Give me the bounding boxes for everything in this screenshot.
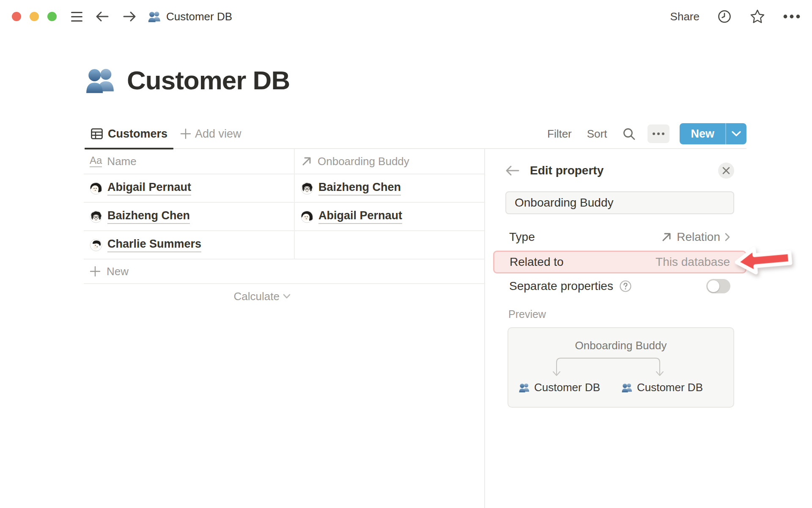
new-button[interactable]: New [680,123,746,144]
sort-button[interactable]: Sort [587,127,607,141]
more-icon[interactable] [783,14,800,19]
cell-onboarding-buddy[interactable]: Baizheng Chen [294,174,485,202]
table-footer: Calculate [84,284,485,309]
filter-button[interactable]: Filter [547,127,572,141]
panel-header: Edit property [505,162,734,179]
view-tabbar: Customers Add view Filter Sort New [85,119,746,149]
relation-preview: Onboarding Buddy Customer DB Customer DB [508,327,734,408]
new-dropdown-chevron-icon[interactable] [726,123,746,144]
star-icon[interactable] [749,9,765,24]
avatar-baizheng [90,210,102,223]
window-titlebar: Customer DB Share [0,0,812,33]
preview-label: Preview [505,308,734,320]
back-icon[interactable] [505,165,520,177]
people-icon [85,64,116,96]
breadcrumb-title: Customer DB [166,10,232,23]
column-header-name[interactable]: Aa Name [84,149,294,174]
sidebar-menu-icon[interactable] [71,12,82,22]
plus-icon [90,266,101,277]
panel-divider [484,149,485,508]
preview-relation-name: Onboarding Buddy [508,339,733,352]
cell-onboarding-buddy[interactable]: Abigail Pernaut [294,203,485,230]
minimize-window-button[interactable] [30,12,39,21]
cell-name[interactable]: Abigail Pernaut [84,174,294,202]
text-type-icon: Aa [90,155,102,167]
forward-icon[interactable] [122,10,137,23]
breadcrumb[interactable]: Customer DB [148,10,232,23]
customers-table: Aa Name Onboarding Buddy Abigail Pernaut… [84,149,485,309]
avatar-abigail [90,182,102,195]
table-row: Abigail Pernaut Baizheng Chen [84,174,485,203]
share-button[interactable]: Share [670,10,700,23]
people-icon [621,382,633,393]
view-controls: Filter Sort New [547,123,746,144]
traffic-lights [12,12,57,21]
related-to-row[interactable]: Related to This database [493,251,746,273]
calculate-button[interactable]: Calculate [84,290,294,303]
page-title: Customer DB [85,64,290,96]
table-view-icon [91,127,103,140]
people-icon [518,382,530,393]
separate-properties-toggle[interactable] [706,279,730,293]
chevron-right-icon [724,232,730,242]
preview-right-database: Customer DB [621,381,703,394]
add-view-label: Add view [195,127,241,141]
cell-onboarding-buddy-empty[interactable] [294,231,485,259]
table-row: Charlie Summers [84,231,485,260]
page-title-text: Customer DB [127,65,290,95]
avatar-abigail [301,210,313,223]
panel-title: Edit property [530,164,604,177]
table-row: Baizheng Chen Abigail Pernaut [84,203,485,231]
annotation-arrow [733,242,795,279]
preview-left-database: Customer DB [518,381,600,394]
plus-icon [180,128,191,139]
type-row[interactable]: Type Relation [505,227,734,247]
column-header-onboarding-buddy[interactable]: Onboarding Buddy [294,149,485,174]
property-name-input[interactable]: Onboarding Buddy [505,191,734,214]
search-icon[interactable] [622,127,636,141]
chevron-down-icon [283,294,291,299]
close-window-button[interactable] [12,12,21,21]
cell-name[interactable]: Baizheng Chen [84,203,294,230]
avatar-baizheng [301,182,313,195]
avatar-charlie [90,239,102,251]
cell-name[interactable]: Charlie Summers [84,231,294,259]
table-header-row: Aa Name Onboarding Buddy [84,149,485,174]
add-view-button[interactable]: Add view [180,127,241,141]
help-icon[interactable] [619,280,632,293]
view-more-icon[interactable] [647,124,669,143]
clock-icon[interactable] [717,9,732,24]
notion-window: Customer DB Share Customer DB [0,0,812,508]
relation-arrows [553,355,664,378]
relation-icon [661,231,672,243]
close-icon[interactable] [718,163,734,179]
people-icon [148,10,161,23]
relation-icon [301,155,313,167]
back-icon[interactable] [95,10,110,23]
new-button-label[interactable]: New [680,123,725,144]
tab-customers-label: Customers [108,127,167,141]
separate-properties-row: Separate properties [505,276,734,296]
zoom-window-button[interactable] [47,12,57,21]
tab-customers[interactable]: Customers [85,119,173,148]
edit-property-panel: Edit property Onboarding Buddy Type Rela… [505,162,734,408]
add-row-button[interactable]: New [84,260,485,284]
